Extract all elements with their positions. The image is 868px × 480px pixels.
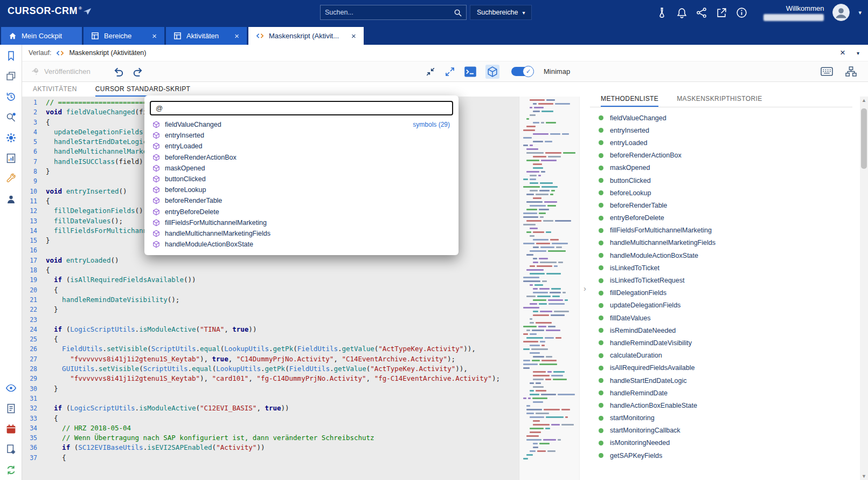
chevron-down-icon[interactable]: ▾ bbox=[857, 50, 859, 56]
method-item[interactable]: buttonClicked bbox=[599, 174, 852, 187]
info-icon[interactable] bbox=[736, 7, 747, 18]
code-line[interactable]: 19 if (isAllRequiredFieldsAvailable()) bbox=[22, 275, 519, 285]
user-menu-chevron-icon[interactable]: ▾ bbox=[858, 9, 862, 16]
keyboard-icon[interactable] bbox=[821, 66, 833, 77]
method-item[interactable]: entryLoaded bbox=[599, 136, 852, 149]
autocomplete-item[interactable]: entryInserted bbox=[144, 130, 459, 141]
method-item[interactable]: handleRemindDateVisibility bbox=[599, 337, 852, 349]
tab-close-icon[interactable]: × bbox=[144, 32, 157, 40]
gear-icon[interactable] bbox=[5, 132, 17, 143]
autocomplete-item[interactable]: beforeLookup bbox=[144, 184, 459, 195]
sync-icon[interactable] bbox=[5, 464, 17, 476]
method-item[interactable]: isRemindDateNeeded bbox=[599, 324, 852, 337]
method-item[interactable]: maskOpened bbox=[599, 162, 852, 174]
method-item[interactable]: isLinkedToTicketRequest bbox=[599, 274, 852, 286]
autocomplete-item[interactable]: fieldValueChangedsymbols (29) bbox=[144, 119, 459, 130]
autocomplete-input[interactable]: @ bbox=[150, 101, 453, 115]
editor-tab-cursor-standard-skript[interactable]: CURSOR STANDARD-SKRIPT bbox=[95, 85, 191, 97]
autocomplete-item[interactable]: fillFieldsForMultichannelMarketing bbox=[144, 217, 459, 228]
code-line[interactable]: 35 // Wenn Übertragung nach SAP konfigur… bbox=[22, 433, 519, 443]
cube-button[interactable] bbox=[485, 65, 499, 79]
tab-close-icon[interactable]: × bbox=[227, 32, 239, 40]
autocomplete-item[interactable]: handleMultichannelMarketingFields bbox=[144, 228, 459, 239]
code-line[interactable]: 20 { bbox=[22, 285, 519, 295]
code-line[interactable]: 37 { bbox=[22, 453, 519, 463]
method-item[interactable]: fillDateValues bbox=[599, 312, 852, 324]
panel-tab-methodenliste[interactable]: METHODENLISTE bbox=[601, 95, 658, 107]
minimap-toggle[interactable]: ✓ bbox=[511, 67, 533, 76]
scroll-up-icon[interactable]: ▲ bbox=[860, 97, 868, 104]
method-item[interactable]: entryInserted bbox=[599, 124, 852, 136]
panel-tab-maskenskripthistorie[interactable]: MASKENSKRIPTHISTORIE bbox=[677, 95, 762, 107]
method-item[interactable]: fillFieldsForMultichannelMarketing bbox=[599, 224, 852, 237]
avatar[interactable] bbox=[832, 4, 850, 21]
code-line[interactable]: 36 if (SC12EVIBaseUtils.isEVI2SAPEnabled… bbox=[22, 443, 519, 452]
calendar-icon[interactable] bbox=[5, 423, 17, 435]
history-entry[interactable]: Maskenskript (Aktivitäten) bbox=[69, 49, 146, 57]
panel-collapse-handle[interactable]: › bbox=[579, 97, 590, 480]
method-item[interactable]: entryBeforeDelete bbox=[599, 212, 852, 224]
method-item[interactable]: handleStartEndDateLogic bbox=[599, 374, 852, 387]
close-icon[interactable]: × bbox=[840, 47, 845, 58]
windows-icon[interactable] bbox=[5, 71, 17, 82]
code-line[interactable]: 22 } bbox=[22, 305, 519, 314]
method-item[interactable]: beforeRenderActionBox bbox=[599, 149, 852, 162]
autocomplete-item[interactable]: maskOpened bbox=[144, 163, 459, 174]
search-settings-icon[interactable] bbox=[5, 112, 17, 123]
tab-close-icon[interactable]: × bbox=[344, 32, 356, 40]
method-item[interactable]: handleModuleActionBoxState bbox=[599, 249, 852, 262]
method-item[interactable]: isAllRequiredFieldsAvailable bbox=[599, 362, 852, 374]
method-item[interactable]: calculateDuration bbox=[599, 349, 852, 362]
method-item[interactable]: handleRemindDate bbox=[599, 387, 852, 399]
method-item[interactable]: beforeLookup bbox=[599, 187, 852, 199]
autocomplete-item[interactable]: handleModuleActionBoxState bbox=[144, 239, 459, 250]
method-item[interactable]: startMonitoring bbox=[599, 412, 852, 424]
autocomplete-item[interactable]: beforeRenderTable bbox=[144, 195, 459, 206]
sitemap-icon[interactable] bbox=[845, 66, 857, 77]
code-line[interactable]: 21 handleRemindDateVisibility(); bbox=[22, 295, 519, 305]
code-line[interactable]: 33 { bbox=[22, 414, 519, 423]
expand-icon[interactable] bbox=[445, 67, 455, 77]
collapse-icon[interactable] bbox=[425, 67, 436, 77]
code-line[interactable]: 24 if (LogicScriptUtils.isModuleActive("… bbox=[22, 325, 519, 334]
autocomplete-item[interactable]: entryBeforeDelete bbox=[144, 207, 459, 217]
method-item[interactable]: isLinkedToTicket bbox=[599, 262, 852, 274]
publish-button[interactable]: Veröffentlichen bbox=[31, 67, 91, 76]
method-item[interactable]: fieldValueChanged bbox=[599, 112, 852, 124]
code-line[interactable]: 30 } bbox=[22, 384, 519, 394]
bookmark-icon[interactable] bbox=[5, 50, 17, 61]
method-item[interactable]: handleActionBoxEnableState bbox=[599, 399, 852, 412]
code-line[interactable]: 32 if (LogicScriptUtils.isModuleActive("… bbox=[22, 403, 519, 413]
history-icon[interactable] bbox=[5, 91, 17, 102]
search-input[interactable]: Suchen... bbox=[325, 9, 454, 16]
search-box[interactable]: Suchen... bbox=[320, 5, 467, 20]
code-line[interactable]: 23 bbox=[22, 315, 519, 325]
method-item[interactable]: updateDelegationFields bbox=[599, 299, 852, 312]
tab-maskenskript-aktivit[interactable]: Maskenskript (Aktivit...× bbox=[248, 27, 364, 45]
code-line[interactable]: 18{ bbox=[22, 265, 519, 275]
code-line[interactable]: 25 { bbox=[22, 334, 519, 344]
report-icon[interactable] bbox=[5, 153, 17, 164]
redo-button[interactable] bbox=[133, 67, 143, 77]
code-line[interactable]: 26 FieldUtils.setVisible(ScriptUtils.equ… bbox=[22, 344, 519, 354]
vertical-scrollbar[interactable]: ▲ ▼ bbox=[860, 97, 868, 480]
eye-star-icon[interactable] bbox=[5, 382, 17, 394]
terminal-icon[interactable] bbox=[464, 66, 477, 78]
autocomplete-item[interactable]: entryLoaded bbox=[144, 141, 459, 152]
scrollbar-thumb[interactable] bbox=[861, 108, 867, 169]
method-item[interactable]: isMonitoringNeeded bbox=[599, 437, 852, 449]
tab-mein-cockpit[interactable]: Mein Cockpit bbox=[1, 27, 82, 45]
document-gear-icon[interactable] bbox=[5, 444, 17, 455]
code-line[interactable]: 28 GUIUtils.setVisible(ScriptUtils.equal… bbox=[22, 364, 519, 374]
share-icon[interactable] bbox=[696, 7, 707, 18]
search-scope-button[interactable]: Suchbereiche ▾ bbox=[470, 5, 532, 20]
code-line[interactable]: 31 bbox=[22, 394, 519, 403]
user-icon[interactable] bbox=[5, 194, 17, 205]
code-line[interactable]: 17void entryLoaded() bbox=[22, 256, 519, 265]
scroll-down-icon[interactable]: ▼ bbox=[860, 472, 868, 480]
tab-aktivit-ten[interactable]: Aktivitäten× bbox=[166, 27, 247, 45]
minimap[interactable] bbox=[519, 97, 579, 480]
tools-icon[interactable] bbox=[5, 173, 17, 184]
method-item[interactable]: fillDelegationFields bbox=[599, 287, 852, 299]
method-item[interactable]: startMonitoringCallback bbox=[599, 424, 852, 437]
